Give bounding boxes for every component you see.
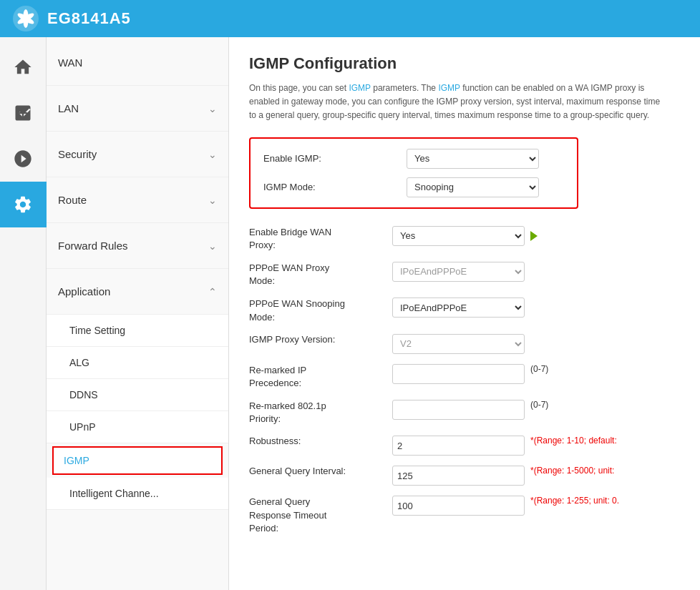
general-query-response-timeout-row: General QueryResponse TimeoutPeriod: *(R… bbox=[249, 493, 680, 535]
form-section: Enable Bridge WANProxy: Yes No PPPoE WAN… bbox=[249, 223, 680, 535]
enable-igmp-label: Enable IGMP: bbox=[263, 153, 407, 164]
header-title: EG8141A5 bbox=[47, 9, 131, 28]
enable-bridge-wan-proxy-row: Enable Bridge WANProxy: Yes No bbox=[249, 223, 680, 252]
sidebar-nav: WAN LAN ⌄ Security ⌄ Route ⌄ Forward Rul… bbox=[47, 37, 229, 590]
nav-sub-item-time-setting[interactable]: Time Setting bbox=[47, 315, 228, 347]
remarked-8021p-priority-row: Re-marked 802.1pPriority: (0-7) bbox=[249, 397, 680, 426]
general-query-response-timeout-input[interactable] bbox=[392, 496, 525, 516]
pppoe-wan-proxy-mode-label: PPPoE WAN ProxyMode: bbox=[249, 262, 392, 287]
sidebar-icon-medical[interactable] bbox=[0, 90, 47, 136]
general-query-interval-hint: *(Range: 1-5000; unit: bbox=[530, 466, 614, 476]
remarked-8021p-priority-label: Re-marked 802.1pPriority: bbox=[249, 400, 392, 426]
nav-item-application[interactable]: Application ⌃ bbox=[47, 269, 228, 315]
pppoe-wan-proxy-mode-row: PPPoE WAN ProxyMode: IPoEAndPPPoE PPPoE … bbox=[249, 259, 680, 287]
general-query-interval-label: General Query Interval: bbox=[249, 466, 392, 476]
remarked-ip-precedence-input[interactable] bbox=[392, 364, 525, 384]
nav-item-lan[interactable]: LAN ⌄ bbox=[47, 86, 228, 132]
nav-sub-item-intelligent-channel[interactable]: Intelligent Channe... bbox=[47, 478, 228, 510]
nav-sub-item-alg[interactable]: ALG bbox=[47, 347, 228, 379]
robustness-row: Robustness: *(Range: 1-10; default: bbox=[249, 433, 680, 456]
remarked-8021p-priority-input[interactable] bbox=[392, 400, 525, 420]
svg-rect-8 bbox=[19, 112, 27, 114]
nav-sub-item-ddns[interactable]: DDNS bbox=[47, 379, 228, 411]
sidebar-icon-home[interactable] bbox=[0, 44, 47, 90]
general-query-response-timeout-hint: *(Range: 1-255; unit: 0. bbox=[530, 496, 619, 506]
general-query-response-timeout-label: General QueryResponse TimeoutPeriod: bbox=[249, 496, 392, 535]
chevron-down-icon: ⌄ bbox=[208, 149, 217, 160]
sidebar-icon-settings[interactable] bbox=[0, 182, 47, 227]
robustness-hint: *(Range: 1-10; default: bbox=[530, 436, 617, 446]
igmp-mode-row: IGMP Mode: Snooping Proxy bbox=[263, 177, 564, 197]
igmp-mode-select[interactable]: Snooping Proxy bbox=[407, 177, 539, 197]
nav-sub-item-upnp[interactable]: UPnP bbox=[47, 411, 228, 443]
igmp-proxy-version-select[interactable]: V2 V3 bbox=[392, 334, 525, 354]
chevron-down-icon: ⌄ bbox=[208, 195, 217, 206]
nav-item-application-label: Application bbox=[58, 285, 110, 298]
enable-igmp-select[interactable]: Yes No bbox=[407, 149, 539, 169]
nav-item-forward-rules-label: Forward Rules bbox=[58, 240, 128, 252]
nav-item-security-label: Security bbox=[58, 148, 97, 160]
robustness-input[interactable] bbox=[392, 436, 525, 456]
remarked-ip-precedence-row: Re-marked IPPrecedence: (0-7) bbox=[249, 361, 680, 390]
nav-item-lan-label: LAN bbox=[58, 102, 79, 114]
igmp-link2[interactable]: IGMP bbox=[438, 83, 460, 93]
igmp-proxy-version-row: IGMP Proxy Version: V2 V3 bbox=[249, 331, 680, 354]
header: EG8141A5 bbox=[0, 0, 700, 37]
pppoe-wan-snooping-mode-select[interactable]: IPoEAndPPPoE PPPoE IPoE bbox=[392, 298, 525, 318]
nav-item-route[interactable]: Route ⌄ bbox=[47, 177, 228, 223]
robustness-label: Robustness: bbox=[249, 436, 392, 446]
igmp-config-box: Enable IGMP: Yes No IGMP Mode: Snooping … bbox=[249, 137, 578, 209]
chevron-down-icon: ⌄ bbox=[208, 103, 217, 114]
pppoe-wan-snooping-mode-row: PPPoE WAN SnoopingMode: IPoEAndPPPoE PPP… bbox=[249, 295, 680, 323]
page-description: On this page, you can set IGMP parameter… bbox=[249, 82, 664, 123]
sidebar-icons bbox=[0, 37, 47, 590]
remarked-8021p-priority-hint: (0-7) bbox=[530, 400, 548, 410]
pppoe-wan-proxy-mode-select[interactable]: IPoEAndPPPoE PPPoE IPoE bbox=[392, 262, 525, 282]
nav-sub-item-igmp[interactable]: IGMP bbox=[52, 446, 223, 475]
chevron-up-icon: ⌃ bbox=[208, 286, 217, 298]
content-area: IGMP Configuration On this page, you can… bbox=[229, 37, 700, 590]
nav-item-security[interactable]: Security ⌄ bbox=[47, 132, 228, 177]
igmp-proxy-version-label: IGMP Proxy Version: bbox=[249, 334, 392, 345]
enable-bridge-wan-proxy-wrapper: Yes No bbox=[392, 226, 525, 246]
enable-bridge-wan-proxy-label: Enable Bridge WANProxy: bbox=[249, 226, 392, 252]
chevron-down-icon: ⌄ bbox=[208, 240, 217, 252]
igmp-link[interactable]: IGMP bbox=[349, 83, 370, 93]
page-title: IGMP Configuration bbox=[249, 54, 680, 73]
nav-item-wan-label: WAN bbox=[58, 56, 82, 69]
enable-bridge-wan-proxy-select[interactable]: Yes No bbox=[392, 226, 525, 246]
general-query-interval-row: General Query Interval: *(Range: 1-5000;… bbox=[249, 463, 680, 486]
huawei-logo-icon bbox=[11, 4, 40, 33]
enable-igmp-row: Enable IGMP: Yes No bbox=[263, 149, 564, 169]
nav-item-forward-rules[interactable]: Forward Rules ⌄ bbox=[47, 223, 228, 269]
sidebar-icon-route[interactable] bbox=[0, 136, 47, 182]
remarked-ip-precedence-hint: (0-7) bbox=[530, 364, 548, 374]
nav-item-route-label: Route bbox=[58, 194, 87, 206]
general-query-interval-input[interactable] bbox=[392, 466, 525, 486]
remarked-ip-precedence-label: Re-marked IPPrecedence: bbox=[249, 364, 392, 390]
nav-item-wan[interactable]: WAN bbox=[47, 40, 228, 86]
pppoe-wan-snooping-mode-label: PPPoE WAN SnoopingMode: bbox=[249, 298, 392, 323]
igmp-mode-label: IGMP Mode: bbox=[263, 182, 407, 192]
